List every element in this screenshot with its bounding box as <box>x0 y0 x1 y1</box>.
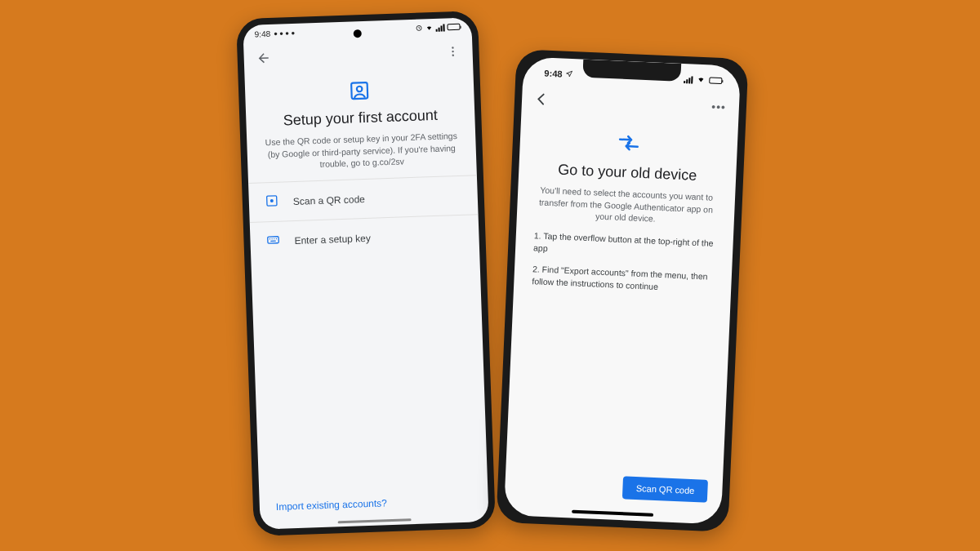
battery-icon <box>709 77 722 84</box>
android-screen: 9:48 ● ● ● ● <box>243 17 488 529</box>
instruction-step: 1. Tap the overflow button at the top-ri… <box>533 229 715 262</box>
back-button[interactable] <box>532 89 552 109</box>
statusbar-time: 9:48 <box>254 29 270 38</box>
location-icon <box>565 69 573 79</box>
signal-icon <box>684 76 693 83</box>
ios-phone-frame: 9:48 ••• <box>496 49 748 532</box>
svg-point-1 <box>452 47 453 48</box>
statusbar-time: 9:48 <box>544 69 563 79</box>
instruction-list: 1. Tap the overflow button at the top-ri… <box>514 229 733 304</box>
page-title: Setup your first account <box>246 105 475 131</box>
overflow-menu-button[interactable]: ••• <box>708 100 729 113</box>
wifi-icon <box>696 75 706 86</box>
notification-dots-icon: ● ● ● ● <box>274 29 295 37</box>
ios-content: Go to your old device You'll need to sel… <box>504 113 738 524</box>
qr-scan-icon <box>265 194 279 211</box>
account-box-icon <box>245 76 474 105</box>
spacer <box>251 253 488 489</box>
instruction-step: 2. Find "Export accounts" from the menu,… <box>532 263 714 295</box>
page-subtitle: Use the QR code or setup key in your 2FA… <box>247 129 476 173</box>
option-label: Scan a QR code <box>293 193 365 207</box>
android-phone-frame: 9:48 ● ● ● ● <box>236 11 496 536</box>
svg-rect-8 <box>268 237 279 243</box>
overflow-menu-button[interactable] <box>443 42 463 62</box>
svg-point-3 <box>452 55 453 56</box>
transfer-arrows-icon <box>519 128 737 158</box>
svg-point-7 <box>270 199 274 202</box>
wifi-icon <box>425 23 433 32</box>
scan-qr-code-button[interactable]: Scan QR code <box>622 476 708 502</box>
option-label: Enter a setup key <box>294 232 371 246</box>
page-title: Go to your old device <box>519 159 737 186</box>
ios-screen: 9:48 ••• <box>504 56 741 524</box>
svg-point-2 <box>452 51 453 52</box>
spacer <box>506 295 731 469</box>
page-subtitle: You'll need to select the accounts you w… <box>517 183 736 229</box>
alarm-icon <box>415 24 422 33</box>
keyboard-icon <box>266 233 280 250</box>
android-content: Setup your first account Use the QR code… <box>244 66 488 529</box>
svg-point-5 <box>357 87 363 92</box>
back-button[interactable] <box>253 48 274 69</box>
signal-icon <box>435 24 444 31</box>
battery-icon <box>447 24 460 31</box>
